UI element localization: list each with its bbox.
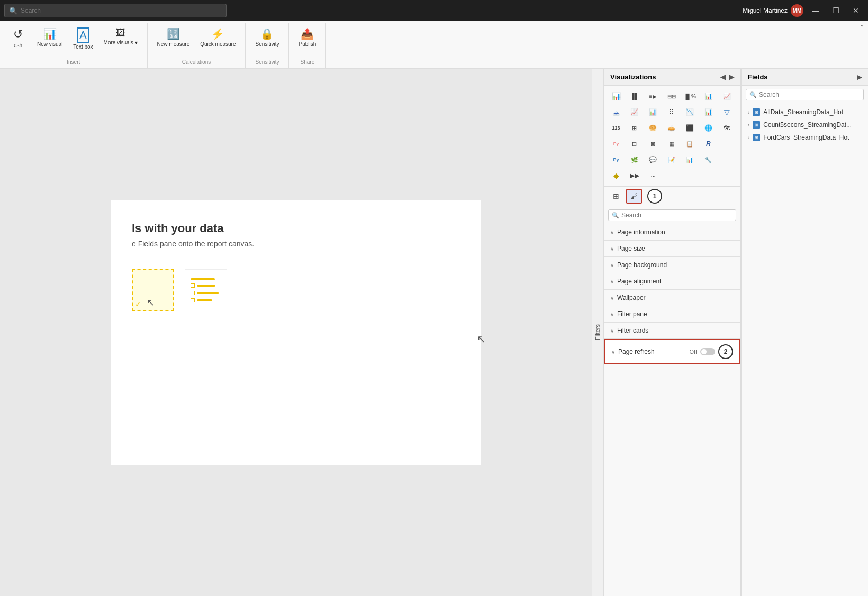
viz-icon-matrix[interactable]: ⊠ xyxy=(645,136,661,151)
viz-icon-100-column[interactable]: ▐▌% xyxy=(682,89,698,104)
viz-icon-kpi[interactable]: 📋 xyxy=(682,136,698,151)
viz-icon-gauge[interactable]: Py xyxy=(608,136,624,151)
viz-icon-funnel[interactable]: 📊 xyxy=(700,105,716,120)
ribbon-section-insert-label: Insert xyxy=(67,59,80,66)
viz-icon-paginated[interactable]: 🔧 xyxy=(700,152,716,167)
section-wallpaper[interactable]: ∨ Wallpaper xyxy=(604,290,740,306)
viz-icon-more[interactable]: ··· xyxy=(645,168,661,183)
viz-icon-filter[interactable]: ▽ xyxy=(719,105,735,120)
ribbon-item-new-measure-label: New measure xyxy=(157,41,190,48)
viz-icon-diamond[interactable]: ◆ xyxy=(608,168,624,183)
ribbon-section-calculations: 🔢 New measure ⚡ Quick measure Calculatio… xyxy=(148,23,246,68)
canvas[interactable]: ls with your data e Fields pane onto the… xyxy=(0,69,592,596)
ribbon-item-quick-measure-label: Quick measure xyxy=(200,41,236,48)
section-page-size[interactable]: ∨ Page size xyxy=(604,241,740,257)
publish-icon: 📤 xyxy=(301,27,314,40)
sensitivity-icon: 🔒 xyxy=(260,27,274,40)
illus-line-4 xyxy=(197,299,212,301)
format-tab[interactable]: 🖌 xyxy=(626,189,642,204)
ribbon-collapse-button[interactable]: ⌃ xyxy=(855,21,868,34)
page-refresh-right: Off 2 xyxy=(690,344,733,359)
field-item-alldata[interactable]: › ⊞ AllData_StreamingData_Hot xyxy=(742,106,868,118)
text-box-icon: A xyxy=(77,27,89,43)
section-filter-cards[interactable]: ∨ Filter cards xyxy=(604,323,740,339)
section-filter-pane[interactable]: ∨ Filter pane xyxy=(604,306,740,323)
field-item-count5[interactable]: › ⊞ Count5secons_StreamingDat... xyxy=(742,118,868,131)
viz-icon-line-clustered[interactable]: 📈 xyxy=(627,105,643,120)
viz-icon-qa[interactable]: 💬 xyxy=(645,152,661,167)
chevron-icon: ∨ xyxy=(610,279,614,285)
page-refresh-toggle[interactable] xyxy=(700,348,715,355)
viz-icon-r-visual[interactable]: R xyxy=(700,136,716,151)
viz-panel-back-btn[interactable]: ◀ xyxy=(720,73,726,81)
ribbon-item-refresh[interactable]: ↺ esh xyxy=(5,25,31,59)
viz-icon-stacked-bar[interactable]: 📊 xyxy=(608,89,624,104)
viz-icon-map[interactable]: 🌐 xyxy=(700,121,716,135)
viz-icon-metrics[interactable]: 📊 xyxy=(682,152,698,167)
chevron-icon: ∨ xyxy=(610,311,614,317)
viz-icon-column-chart[interactable]: ▐▌ xyxy=(627,89,643,104)
field-chevron-icon: › xyxy=(748,135,749,141)
section-page-background[interactable]: ∨ Page background xyxy=(604,257,740,273)
fields-panel-expand-btn[interactable]: ▶ xyxy=(857,74,862,81)
chevron-icon: ∨ xyxy=(610,262,614,268)
viz-icon-card[interactable]: 123 xyxy=(608,121,624,135)
viz-icon-table[interactable]: ⊟ xyxy=(627,136,643,151)
minimize-button[interactable]: — xyxy=(808,3,824,19)
viz-icon-decomp[interactable]: 🌿 xyxy=(627,152,643,167)
new-visual-icon: 📊 xyxy=(43,27,57,40)
section-filter-cards-label: Filter cards xyxy=(617,327,648,334)
illus-line-1 xyxy=(191,278,215,280)
viz-icon-area[interactable]: 🗻 xyxy=(608,105,624,120)
viz-icon-treemap[interactable]: ⬛ xyxy=(682,121,698,135)
chevron-icon: ∨ xyxy=(610,295,614,301)
ribbon-item-quick-measure[interactable]: ⚡ Quick measure xyxy=(196,25,240,59)
viz-icon-line-chart[interactable]: 📈 xyxy=(719,89,735,104)
section-filter-pane-label: Filter pane xyxy=(617,310,647,318)
fields-search-box[interactable]: 🔍 xyxy=(746,89,864,100)
format-search-box[interactable]: 🔍 xyxy=(608,209,736,221)
ribbon-item-new-measure[interactable]: 🔢 New measure xyxy=(153,25,194,59)
data-tab[interactable]: ⊞ xyxy=(608,189,624,204)
ribbon-item-sensitivity[interactable]: 🔒 Sensitivity xyxy=(251,25,283,59)
close-button[interactable]: ✕ xyxy=(848,3,864,19)
viz-icon-bar-chart[interactable]: ≡▶ xyxy=(645,89,661,104)
viz-icon-empty2 xyxy=(719,152,735,167)
titlebar-search-box[interactable]: 🔍 xyxy=(4,4,227,17)
restore-button[interactable]: ❐ xyxy=(828,3,844,19)
viz-icon-play[interactable]: ▶▶ xyxy=(627,168,643,183)
section-page-refresh[interactable]: ∨ Page refresh Off 2 xyxy=(604,339,740,364)
field-item-fordcars[interactable]: › ⊞ FordCars_StreamingData_Hot xyxy=(742,131,868,144)
filters-panel[interactable]: Filters xyxy=(592,69,603,596)
fields-search-icon: 🔍 xyxy=(749,91,757,98)
section-page-alignment[interactable]: ∨ Page alignment xyxy=(604,273,740,290)
viz-panel-forward-btn[interactable]: ▶ xyxy=(729,73,734,81)
viz-icon-ribbon[interactable]: 📊 xyxy=(645,105,661,120)
viz-icon-slicer[interactable]: ▦ xyxy=(664,136,680,151)
canvas-subtitle: e Fields pane onto the report canvas. xyxy=(132,240,254,248)
viz-icon-donut[interactable]: 🥯 xyxy=(645,121,661,135)
ribbon-section-share: 📤 Publish Share xyxy=(289,23,326,68)
viz-icon-pie[interactable]: 🥧 xyxy=(664,121,680,135)
ribbon-item-more-visuals[interactable]: 🖼 More visuals ▾ xyxy=(100,25,142,59)
avatar: MM xyxy=(791,4,803,17)
ribbon-item-text-box[interactable]: A Text box xyxy=(69,25,97,59)
section-page-information[interactable]: ∨ Page information xyxy=(604,224,740,241)
ribbon-item-new-visual[interactable]: 📊 New visual xyxy=(33,25,67,59)
viz-icon-waterfall[interactable]: 📊 xyxy=(700,89,716,104)
viz-icon-filled-map[interactable]: 🗺 xyxy=(719,121,735,135)
viz-icon-multi-card[interactable]: ⊞ xyxy=(627,121,643,135)
field-table-icon: ⊞ xyxy=(753,134,760,141)
ribbon-item-publish-label: Publish xyxy=(299,41,316,48)
viz-icon-clustered-bar[interactable]: ⊟⊟ xyxy=(664,89,680,104)
ribbon-item-publish[interactable]: 📤 Publish xyxy=(294,25,320,59)
fields-search-input[interactable] xyxy=(759,91,860,98)
viz-icon-combo[interactable]: 📉 xyxy=(682,105,698,120)
format-search-input[interactable] xyxy=(621,212,733,219)
ribbon-item-more-visuals-label: More visuals ▾ xyxy=(104,40,138,46)
viz-icon-smart-narr[interactable]: 📝 xyxy=(664,152,680,167)
titlebar-search-input[interactable] xyxy=(21,7,222,14)
section-page-background-label: Page background xyxy=(617,261,667,269)
viz-icon-scatter[interactable]: ⠿ xyxy=(664,105,680,120)
viz-icon-py[interactable]: Py xyxy=(608,152,624,167)
